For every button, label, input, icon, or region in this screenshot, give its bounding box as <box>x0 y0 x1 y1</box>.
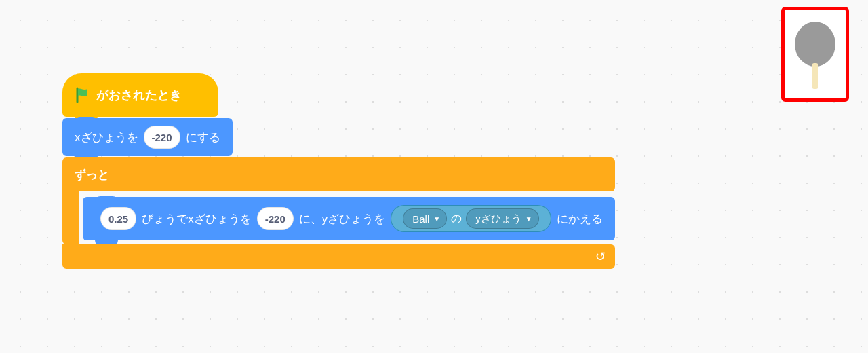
sensing-target-dropdown[interactable]: Ball ▼ <box>403 208 447 229</box>
glide-text1: びょうでxざひょうを <box>142 211 252 227</box>
when-flag-clicked-block[interactable]: がおされたとき <box>62 73 218 117</box>
sensing-of-block[interactable]: Ball ▼ の yざひょう ▼ <box>391 205 551 232</box>
glide-x-input[interactable]: -220 <box>257 207 294 230</box>
glide-text3: にかえる <box>557 211 603 227</box>
glide-block[interactable]: 0.25 びょうでxざひょうを -220 に、yざひょうを Ball ▼ の y… <box>83 197 615 240</box>
chevron-down-icon: ▼ <box>526 215 532 223</box>
paddle-icon <box>791 17 839 92</box>
green-flag-icon <box>75 87 91 103</box>
set-x-value-input[interactable]: -220 <box>144 126 180 149</box>
forever-block[interactable]: ずっと 0.25 びょうでxざひょうを -220 に、yざひょうを Ball ▼ <box>62 157 615 269</box>
set-x-prefix: xざひょうを <box>75 130 138 145</box>
set-x-suffix: にする <box>186 130 220 145</box>
chevron-down-icon: ▼ <box>433 215 440 223</box>
hat-label: がおされたとき <box>96 87 182 103</box>
glide-secs-input[interactable]: 0.25 <box>100 207 136 230</box>
svg-point-0 <box>795 22 835 67</box>
set-x-block[interactable]: xざひょうを -220 にする <box>62 118 233 156</box>
loop-arrow-icon: ↻ <box>595 249 606 264</box>
forever-label: ずっと <box>75 167 109 183</box>
script-stack: がおされたとき xざひょうを -220 にする ずっと 0.25 びょうでxざひ… <box>62 73 615 269</box>
sensing-prop-label: yざひょう <box>475 212 521 225</box>
sensing-prop-dropdown[interactable]: yざひょう ▼ <box>466 208 538 229</box>
sensing-of-label: の <box>451 212 462 226</box>
glide-text2: に、yざひょうを <box>299 211 386 227</box>
sprite-thumbnail[interactable] <box>781 7 849 102</box>
svg-rect-1 <box>812 63 818 89</box>
sensing-target-label: Ball <box>412 213 429 225</box>
